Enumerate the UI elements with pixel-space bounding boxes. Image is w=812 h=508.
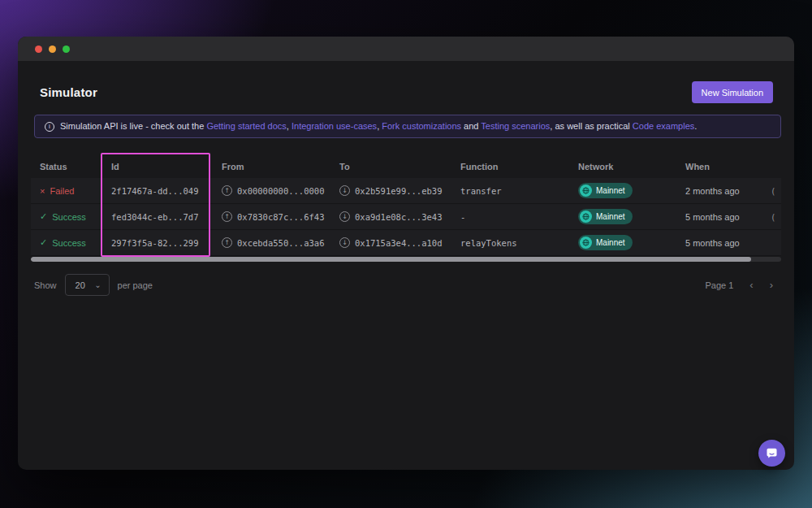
to-address: 0x1715a3e4...a10d (355, 238, 442, 248)
simulation-id: 2f17467a-dd...049 (102, 186, 213, 196)
pagination-bar: Show 20 ⌄ per page Page 1 ‹ › (29, 274, 783, 296)
fork-customizations-link[interactable]: Fork customizations (382, 121, 461, 131)
banner-text-segment: Simulation API is live - check out the (60, 121, 206, 131)
simulations-table: Status Id From To Function Network When … (29, 155, 783, 262)
simulation-id: 297f3f5a-82...299 (102, 238, 213, 248)
globe-icon (580, 237, 592, 249)
to-cell: ↓ 0x2b591e99...eb39 (330, 185, 451, 196)
banner-text-segment: . (694, 121, 697, 131)
to-address: 0xa9d1e08c...3e43 (355, 212, 442, 222)
getting-started-docs-link[interactable]: Getting started docs (206, 121, 286, 131)
failed-icon: × (40, 186, 45, 196)
network-label: Mainnet (596, 238, 625, 247)
globe-icon (580, 211, 592, 223)
from-cell: ↑ 0x7830c87c...6f43 (213, 211, 330, 222)
chat-widget-button[interactable] (758, 440, 785, 467)
column-header-to: To (330, 162, 451, 172)
horizontal-scrollbar[interactable] (31, 257, 781, 262)
minimize-button[interactable] (49, 46, 56, 53)
arrow-down-circle-icon: ↓ (339, 185, 350, 196)
chevron-down-icon: ⌄ (94, 283, 101, 288)
from-address: 0xcebda550...a3a6 (237, 238, 324, 248)
chevron-left-icon: ‹ (749, 279, 753, 291)
to-address: 0x2b591e99...eb39 (355, 186, 442, 196)
status-cell: × Failed (31, 186, 102, 196)
to-cell: ↓ 0x1715a3e4...a10d (330, 237, 451, 248)
testing-scenarios-link[interactable]: Testing scenarios (481, 121, 550, 131)
arrow-up-circle-icon: ↑ (222, 211, 232, 222)
page-header: Simulator New Simulation (29, 81, 783, 103)
column-header-when: When (676, 162, 766, 172)
when-cell: 5 months ago (676, 212, 766, 222)
network-cell: Mainnet (569, 235, 676, 250)
truncated-column-content: ( (766, 212, 781, 222)
page-indicator: Page 1 (705, 280, 733, 290)
status-cell: ✓ Success (31, 237, 102, 248)
close-button[interactable] (35, 46, 42, 53)
column-header-function: Function (451, 162, 569, 172)
banner-text: Simulation API is live - check out the G… (60, 121, 697, 132)
previous-page-button[interactable]: ‹ (749, 279, 753, 291)
column-header-status: Status (31, 162, 102, 172)
to-cell: ↓ 0xa9d1e08c...3e43 (330, 211, 451, 222)
network-badge: Mainnet (578, 183, 633, 198)
table-row[interactable]: × Failed 2f17467a-dd...049 ↑ 0x00000000.… (31, 178, 781, 204)
arrow-down-circle-icon: ↓ (339, 237, 350, 248)
integration-use-cases-link[interactable]: Integration use-cases (292, 121, 377, 131)
status-label: Success (52, 238, 86, 248)
column-header-id: Id (102, 162, 213, 172)
table-row[interactable]: ✓ Success fed3044c-eb...7d7 ↑ 0x7830c87c… (31, 204, 781, 230)
status-label: Success (52, 212, 86, 222)
status-label: Failed (50, 186, 74, 196)
function-name: relayTokens (451, 238, 569, 248)
page-title: Simulator (40, 85, 97, 99)
arrow-down-circle-icon: ↓ (339, 211, 350, 222)
column-header-network: Network (569, 162, 676, 172)
network-cell: Mainnet (569, 209, 676, 224)
network-badge: Mainnet (578, 209, 633, 224)
network-label: Mainnet (596, 212, 625, 221)
window-titlebar (18, 37, 794, 61)
per-page-label: per page (118, 280, 153, 290)
network-badge: Mainnet (578, 235, 633, 250)
page-size-value: 20 (76, 280, 85, 290)
announcement-banner: i Simulation API is live - check out the… (34, 115, 781, 138)
page-size-select[interactable]: 20 ⌄ (65, 274, 110, 296)
truncated-column-content: ( (766, 186, 781, 196)
column-header-from: From (213, 162, 330, 172)
globe-icon (580, 185, 592, 197)
success-icon: ✓ (40, 211, 47, 222)
next-page-button[interactable]: › (770, 279, 773, 291)
function-name: transfer (451, 186, 569, 196)
app-window: Simulator New Simulation i Simulation AP… (18, 37, 794, 470)
function-name: - (451, 212, 569, 222)
code-examples-link[interactable]: Code examples (633, 121, 694, 131)
horizontal-scrollbar-thumb[interactable] (31, 257, 751, 262)
when-cell: 2 months ago (676, 186, 766, 196)
arrow-up-circle-icon: ↑ (222, 237, 232, 248)
chevron-right-icon: › (770, 279, 773, 291)
arrow-up-circle-icon: ↑ (222, 185, 232, 196)
from-address: 0x00000000...0000 (237, 186, 324, 196)
table-row[interactable]: ✓ Success 297f3f5a-82...299 ↑ 0xcebda550… (31, 230, 781, 256)
from-cell: ↑ 0x00000000...0000 (213, 185, 330, 196)
status-cell: ✓ Success (31, 211, 102, 222)
from-cell: ↑ 0xcebda550...a3a6 (213, 237, 330, 248)
from-address: 0x7830c87c...6f43 (237, 212, 324, 222)
new-simulation-button[interactable]: New Simulation (692, 81, 773, 103)
info-icon: i (45, 122, 54, 132)
zoom-button[interactable] (63, 46, 70, 53)
when-cell: 5 months ago (676, 238, 766, 248)
network-label: Mainnet (596, 186, 625, 195)
chat-bubble-icon (765, 446, 779, 460)
banner-text-segment: and (461, 121, 481, 131)
table-header-row: Status Id From To Function Network When (31, 155, 781, 178)
simulation-id: fed3044c-eb...7d7 (102, 212, 213, 222)
network-cell: Mainnet (569, 183, 676, 198)
banner-text-segment: , as well as practical (550, 121, 632, 131)
success-icon: ✓ (40, 237, 47, 248)
show-label: Show (34, 280, 57, 290)
